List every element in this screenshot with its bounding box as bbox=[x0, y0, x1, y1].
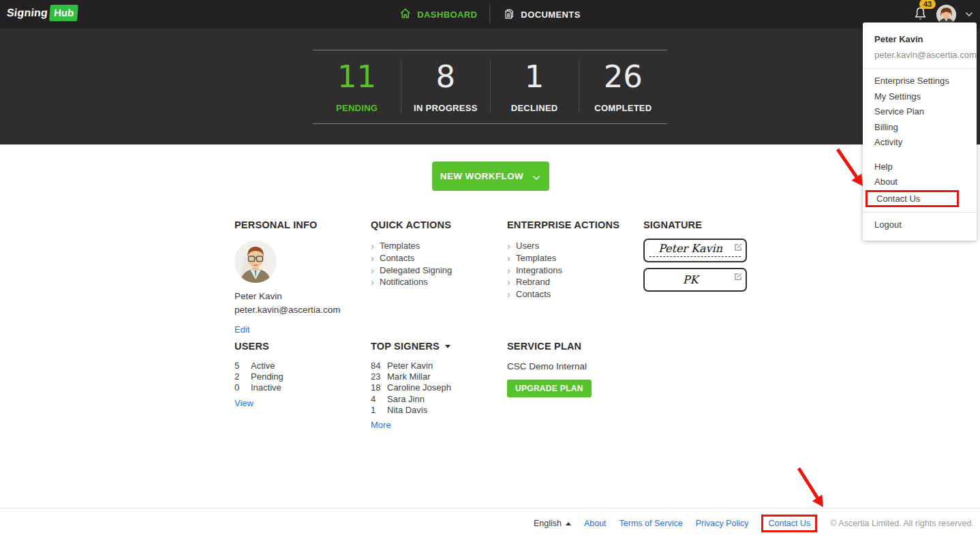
enterprise-action-contacts[interactable]: ›Contacts bbox=[507, 288, 640, 301]
top-signer-row: 84Peter Kavin bbox=[371, 361, 504, 371]
menu-user-email: peter.kavin@ascertia.com bbox=[863, 44, 977, 68]
nav-divider bbox=[489, 5, 490, 24]
chevron-down-icon bbox=[965, 12, 973, 17]
chevron-right-icon: › bbox=[371, 277, 374, 287]
users-pending-count: 2 bbox=[234, 371, 251, 382]
service-plan-name: CSC Demo Internal bbox=[507, 361, 640, 371]
menu-item-billing[interactable]: Billing bbox=[863, 120, 977, 136]
quick-action-label: Delegated Signing bbox=[380, 265, 452, 275]
edit-profile-link[interactable]: Edit bbox=[234, 324, 249, 335]
quick-action-contacts[interactable]: ›Contacts bbox=[371, 252, 504, 264]
signer-name: Sara Jinn bbox=[387, 394, 425, 405]
menu-item-my-settings[interactable]: My Settings bbox=[863, 89, 977, 105]
quick-action-label: Contacts bbox=[380, 253, 414, 263]
footer-link-terms-of-service[interactable]: Terms of Service bbox=[619, 519, 683, 528]
enterprise-action-users[interactable]: ›Users bbox=[507, 240, 640, 252]
initials-handwriting: PK bbox=[645, 273, 736, 286]
nav-documents[interactable]: DOCUMENTS bbox=[502, 7, 580, 22]
edit-signature-icon[interactable] bbox=[734, 242, 743, 254]
signinghub-logo[interactable]: Signing Hub bbox=[7, 5, 78, 21]
menu-item-contact-us[interactable]: Contact Us bbox=[866, 190, 959, 207]
quick-action-notifications[interactable]: ›Notifications bbox=[371, 276, 504, 288]
enterprise-action-templates[interactable]: ›Templates bbox=[507, 252, 640, 264]
menu-group-gap bbox=[863, 151, 977, 159]
profile-email: peter.kavin@ascertia.com bbox=[234, 305, 367, 315]
footer: English About Terms of Service Privacy P… bbox=[534, 515, 974, 532]
signature-preview: Peter Kavin bbox=[643, 239, 747, 262]
signer-count: 1 bbox=[371, 405, 387, 416]
annotation-arrow-footer-contact-us bbox=[799, 468, 823, 507]
menu-item-service-plan[interactable]: Service Plan bbox=[863, 104, 977, 120]
menu-item-enterprise-settings[interactable]: Enterprise Settings bbox=[863, 74, 977, 89]
top-signers-sort-caret-icon[interactable] bbox=[445, 345, 450, 348]
stat-declined[interactable]: 1 DECLINED bbox=[490, 59, 579, 113]
signer-count: 18 bbox=[371, 382, 387, 393]
quick-action-templates[interactable]: ›Templates bbox=[371, 240, 504, 252]
copyright-text: © Ascertia Limited. All rights reserved. bbox=[830, 519, 974, 528]
menu-divider bbox=[863, 68, 977, 69]
stat-declined-value: 1 bbox=[491, 59, 579, 95]
footer-divider bbox=[0, 508, 980, 508]
top-signer-row: 23Mark Millar bbox=[371, 371, 504, 382]
language-label: English bbox=[534, 519, 562, 528]
top-signers-title: TOP SIGNERS bbox=[371, 341, 504, 352]
footer-link-privacy-policy[interactable]: Privacy Policy bbox=[696, 519, 749, 528]
stat-completed[interactable]: 26 COMPLETED bbox=[579, 59, 667, 113]
signer-name: Nita Davis bbox=[387, 405, 427, 416]
enterprise-action-rebrand[interactable]: ›Rebrand bbox=[507, 276, 640, 288]
menu-item-logout[interactable]: Logout bbox=[863, 217, 977, 233]
footer-link-contact-us[interactable]: Contact Us bbox=[768, 519, 810, 528]
quick-action-delegated-signing[interactable]: ›Delegated Signing bbox=[371, 264, 504, 276]
stat-pending-label: PENDING bbox=[313, 103, 401, 113]
stat-in-progress-value: 8 bbox=[401, 59, 489, 95]
users-inactive-label: Inactive bbox=[251, 382, 281, 393]
edit-initials-icon[interactable] bbox=[734, 271, 743, 284]
top-signers-title-text: TOP SIGNERS bbox=[371, 341, 440, 352]
quick-action-label: Notifications bbox=[380, 277, 428, 287]
language-selector[interactable]: English bbox=[534, 519, 571, 528]
menu-item-help[interactable]: Help bbox=[863, 159, 977, 175]
stat-in-progress[interactable]: 8 IN PROGRESS bbox=[401, 59, 489, 113]
documents-icon bbox=[502, 7, 515, 22]
top-signers-section: TOP SIGNERS 84Peter Kavin 23Mark Millar … bbox=[371, 341, 504, 431]
chevron-right-icon: › bbox=[371, 253, 374, 263]
users-section: USERS 5Active 2Pending 0Inactive View bbox=[234, 341, 367, 409]
chevron-right-icon: › bbox=[507, 277, 510, 287]
signature-dashed-line bbox=[649, 256, 741, 257]
upgrade-plan-button[interactable]: UPGRADE PLAN bbox=[507, 380, 592, 397]
workflow-chevron-down-icon[interactable] bbox=[532, 172, 540, 183]
signature-title: SIGNATURE bbox=[643, 219, 748, 230]
notifications-button[interactable]: 43 bbox=[913, 4, 928, 25]
quick-actions-section: QUICK ACTIONS ›Templates ›Contacts ›Dele… bbox=[371, 219, 504, 288]
enterprise-actions-title: ENTERPRISE ACTIONS bbox=[507, 219, 640, 230]
menu-divider bbox=[863, 212, 977, 213]
top-signer-row: 18Caroline Joseph bbox=[371, 382, 504, 393]
top-signer-row: 1Nita Davis bbox=[371, 405, 504, 416]
notification-count-badge: 43 bbox=[919, 0, 936, 9]
top-signer-row: 4Sara Jinn bbox=[371, 394, 504, 405]
menu-item-about[interactable]: About bbox=[863, 174, 977, 190]
account-menu-chevron[interactable] bbox=[965, 12, 973, 17]
annotation-arrow-menu-contact-us bbox=[838, 149, 863, 186]
home-icon bbox=[399, 7, 411, 21]
stat-completed-value: 26 bbox=[579, 59, 667, 95]
nav-dashboard[interactable]: DASHBOARD bbox=[399, 7, 477, 21]
menu-item-activity[interactable]: Activity bbox=[863, 135, 977, 151]
nav-dashboard-label: DASHBOARD bbox=[417, 10, 477, 20]
view-users-link[interactable]: View bbox=[234, 398, 254, 408]
new-workflow-label: NEW WORKFLOW bbox=[440, 171, 524, 181]
caret-up-icon bbox=[566, 522, 571, 525]
more-signers-link[interactable]: More bbox=[371, 420, 391, 430]
stat-declined-label: DECLINED bbox=[491, 103, 579, 113]
personal-info-section: PERSONAL INFO Peter Kavin peter.kavin@as… bbox=[234, 219, 367, 335]
quick-action-label: Templates bbox=[380, 241, 420, 251]
stat-pending[interactable]: 11 PENDING bbox=[313, 59, 401, 113]
new-workflow-button[interactable]: NEW WORKFLOW bbox=[432, 162, 549, 191]
annotation-box-footer-contact-us: Contact Us bbox=[761, 515, 817, 532]
signer-name: Mark Millar bbox=[387, 371, 431, 382]
users-active-label: Active bbox=[251, 361, 275, 371]
enterprise-action-integrations[interactable]: ›Integrations bbox=[507, 264, 640, 276]
signinghub-dashboard: Signing Hub DASHBOARD bbox=[0, 0, 980, 535]
footer-link-about[interactable]: About bbox=[584, 519, 607, 528]
user-avatar[interactable] bbox=[936, 5, 956, 25]
